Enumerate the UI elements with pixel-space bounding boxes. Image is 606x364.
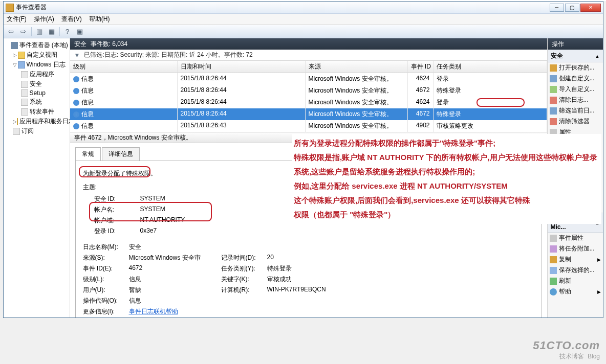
action-item[interactable]: 刷新: [548, 276, 603, 286]
action-item[interactable]: 导入自定义...: [548, 84, 603, 95]
actions-title: 操作: [548, 38, 603, 50]
tree-system[interactable]: 系统: [4, 97, 70, 107]
col-category[interactable]: 任务类别: [434, 61, 547, 73]
menu-help[interactable]: 帮助(H): [89, 15, 110, 24]
tree-application[interactable]: 应用程序: [4, 70, 70, 79]
action-item[interactable]: 复制▶: [548, 254, 603, 265]
action-item[interactable]: 将任务附加...: [548, 243, 603, 254]
action-item[interactable]: 清除日志...: [548, 95, 603, 105]
annotation-overlay: 所有为登录进程分配特殊权限的操作都属于"特殊登录"事件; 特殊权限是指,账户域 …: [292, 134, 601, 224]
tab-details[interactable]: 详细信息: [102, 147, 140, 161]
minimize-button[interactable]: ─: [550, 4, 564, 12]
maximize-button[interactable]: ▢: [565, 4, 579, 12]
actions-group-security[interactable]: 安全▲: [548, 50, 603, 62]
toolbar-btn-1[interactable]: ▥: [34, 27, 45, 37]
window-title: 事件查看器: [16, 3, 549, 12]
window-titlebar: 事件查看器 ─ ▢ ✕: [4, 2, 603, 14]
menu-action[interactable]: 操作(A): [34, 15, 54, 24]
toolbar-btn-3[interactable]: ▣: [74, 27, 85, 37]
action-item[interactable]: 打开保存的...: [548, 62, 603, 73]
close-button[interactable]: ✕: [580, 4, 601, 12]
col-eventid[interactable]: 事件 ID: [408, 61, 434, 73]
log-name: 安全: [74, 40, 86, 49]
action-item[interactable]: 创建自定义...: [548, 73, 603, 84]
event-row[interactable]: i信息2015/1/8 8:26:44Microsoft Windows 安全审…: [70, 108, 547, 120]
back-button[interactable]: ⇦: [6, 27, 17, 37]
help-link[interactable]: 事件日志联机帮助: [129, 307, 221, 316]
event-row[interactable]: i信息2015/1/8 8:26:43Microsoft Windows 安全审…: [70, 120, 547, 132]
watermark: 51CTO.com 技术博客 Blog: [533, 339, 600, 361]
event-row[interactable]: i信息2015/1/8 8:26:44Microsoft Windows 安全审…: [70, 73, 547, 85]
log-header: 安全 事件数: 6,034: [70, 38, 547, 50]
tree-setup[interactable]: Setup: [4, 89, 70, 97]
event-table: 级别 日期和时间 来源 事件 ID 任务类别 i信息2015/1/8 8:26:…: [70, 61, 547, 132]
tree-subscriptions[interactable]: 订阅: [4, 126, 70, 136]
tab-general[interactable]: 常规: [75, 147, 101, 161]
action-item[interactable]: 保存选择的...: [548, 265, 603, 276]
tree-root[interactable]: 事件查看器 (本地): [4, 40, 70, 50]
event-row[interactable]: i信息2015/1/8 8:26:44Microsoft Windows 安全审…: [70, 97, 547, 108]
event-row[interactable]: i信息2015/1/8 8:26:44Microsoft Windows 安全审…: [70, 85, 547, 97]
toolbar-btn-2[interactable]: ▦: [46, 27, 57, 37]
tree-app-services[interactable]: ▷应用程序和服务日志: [4, 117, 70, 126]
action-item[interactable]: 清除筛选器: [548, 116, 603, 127]
tree-custom-views[interactable]: ▷自定义视图: [4, 50, 70, 60]
event-count: 事件数: 6,034: [91, 40, 128, 49]
menu-view[interactable]: 查看(V): [61, 15, 82, 24]
tree-security[interactable]: 安全: [4, 79, 70, 89]
tree-forwarded[interactable]: 转发事件: [4, 107, 70, 117]
action-item[interactable]: 帮助▶: [548, 286, 603, 297]
col-source[interactable]: 来源: [306, 61, 408, 73]
filter-summary: ▼ 已筛选:日志: Security; 来源: 日期范围: 近 24 小时。事件…: [70, 50, 547, 61]
tree-windows-logs[interactable]: ▽Windows 日志: [4, 60, 70, 70]
app-icon: [6, 4, 14, 12]
col-level[interactable]: 级别: [70, 61, 178, 73]
filter-text: 已筛选:日志: Security; 来源: 日期范围: 近 24 小时。事件数:…: [84, 51, 252, 59]
help-icon[interactable]: ?: [62, 27, 73, 37]
detail-title: 事件 4672，Microsoft Windows 安全审核。: [74, 133, 192, 142]
funnel-icon: ▼: [74, 52, 80, 59]
action-item[interactable]: 事件属性: [548, 233, 603, 243]
forward-button[interactable]: ⇨: [18, 27, 29, 37]
menu-file[interactable]: 文件(F): [7, 15, 27, 24]
toolbar: ⇦ ⇨ ▥ ▦ ? ▣: [4, 25, 603, 38]
menubar: 文件(F) 操作(A) 查看(V) 帮助(H): [4, 14, 603, 25]
col-date[interactable]: 日期和时间: [178, 61, 306, 73]
navigation-tree[interactable]: 事件查看器 (本地) ▷自定义视图 ▽Windows 日志 应用程序 安全 Se…: [4, 38, 70, 317]
action-item[interactable]: 筛选当前日...: [548, 105, 603, 116]
